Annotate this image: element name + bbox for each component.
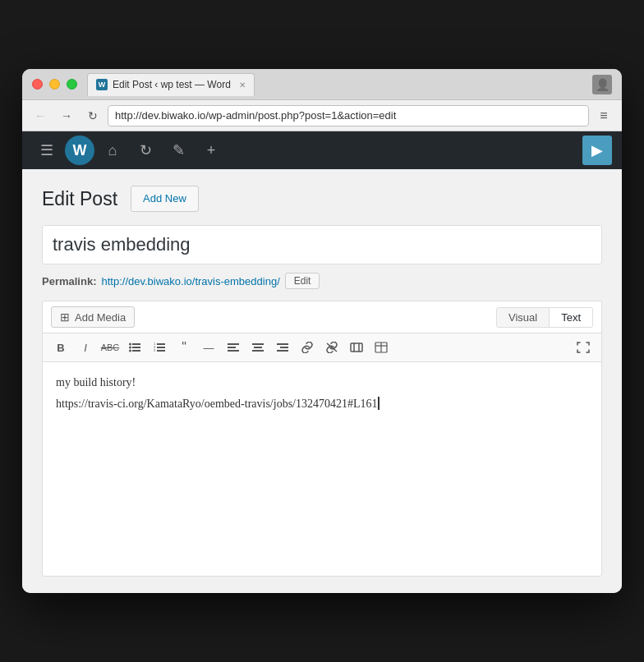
svg-rect-12	[228, 343, 239, 345]
svg-rect-14	[228, 350, 239, 352]
wp-refresh-button[interactable]: ↻	[131, 136, 160, 165]
toolbar-table-button[interactable]	[370, 337, 393, 358]
svg-rect-13	[228, 347, 236, 348]
svg-point-4	[129, 347, 131, 349]
address-bar[interactable]	[108, 105, 589, 126]
hamburger-menu-icon[interactable]: ≡	[592, 104, 615, 127]
tab-bar: W Edit Post ‹ wp test — Word ✕	[87, 69, 592, 99]
tab-title: Edit Post ‹ wp test — Word	[113, 79, 231, 90]
svg-rect-19	[280, 347, 288, 348]
svg-rect-2	[132, 350, 140, 352]
editor-tabs: Visual Text	[496, 307, 593, 328]
main-content: Edit Post Add New Permalink: http://dev.…	[22, 169, 622, 593]
svg-rect-17	[252, 350, 264, 352]
svg-rect-6	[157, 343, 165, 345]
tab-text[interactable]: Text	[550, 308, 592, 327]
page-title-row: Edit Post Add New	[42, 186, 602, 212]
svg-rect-22	[351, 343, 362, 352]
svg-rect-15	[252, 343, 264, 345]
wp-menu-button[interactable]: ☰	[32, 136, 62, 165]
permalink-label: Permalink:	[42, 275, 96, 287]
toolbar-insert-button[interactable]	[345, 337, 368, 358]
editor-line-2: https://travis-ci.org/KamataRyo/oembed-t…	[56, 395, 588, 413]
editor-header: ⊞ Add Media Visual Text	[43, 301, 601, 333]
maximize-button[interactable]	[67, 79, 77, 90]
permalink-link[interactable]: http://dev.biwako.io/travis-embedding/	[101, 275, 279, 287]
svg-rect-20	[277, 350, 288, 352]
toolbar-italic-button[interactable]: I	[74, 337, 97, 358]
add-media-button[interactable]: ⊞ Add Media	[51, 306, 135, 328]
text-cursor	[378, 397, 380, 410]
tab-visual[interactable]: Visual	[497, 308, 550, 327]
wp-logo-button[interactable]: W	[65, 136, 94, 165]
toolbar-bold-button[interactable]: B	[49, 337, 72, 358]
svg-rect-18	[277, 343, 288, 345]
back-button[interactable]: ←	[29, 104, 52, 127]
title-bar: W Edit Post ‹ wp test — Word ✕	[22, 69, 622, 100]
add-media-label: Add Media	[75, 311, 126, 324]
toolbar-unlink-button[interactable]	[320, 337, 343, 358]
page-title: Edit Post	[42, 188, 117, 210]
tab-close-icon[interactable]: ✕	[239, 80, 246, 90]
toolbar-strikethrough-button[interactable]: ABC	[99, 337, 122, 358]
editor-toolbar: B I ABC 123 " —	[43, 333, 601, 362]
editor-content-area[interactable]: my build history! https://travis-ci.org/…	[43, 362, 601, 576]
browser-window: W Edit Post ‹ wp test — Word ✕ ← → ↻ ≡ ☰…	[22, 69, 622, 593]
toolbar-align-right-button[interactable]	[271, 337, 294, 358]
add-media-icon: ⊞	[60, 310, 70, 324]
svg-rect-0	[132, 343, 140, 345]
permalink-row: Permalink: http://dev.biwako.io/travis-e…	[42, 273, 602, 289]
traffic-lights	[32, 79, 77, 90]
profile-icon[interactable]	[592, 75, 612, 94]
editor-area: ⊞ Add Media Visual Text B I ABC 123	[42, 301, 602, 577]
toolbar-fullscreen-button[interactable]	[572, 337, 595, 358]
svg-rect-8	[157, 350, 165, 352]
toolbar-hr-button[interactable]: —	[197, 337, 220, 358]
wp-new-button[interactable]: +	[196, 136, 226, 165]
add-new-button[interactable]: Add New	[131, 186, 199, 212]
nav-bar: ← → ↻ ≡	[22, 100, 622, 131]
wp-avatar[interactable]: ▶	[582, 136, 612, 165]
toolbar-blockquote-button[interactable]: "	[172, 337, 196, 358]
toolbar-link-button[interactable]	[296, 337, 319, 358]
svg-rect-1	[132, 347, 140, 348]
svg-text:3: 3	[154, 348, 156, 352]
minimize-button[interactable]	[49, 79, 60, 90]
post-title-input[interactable]	[42, 225, 602, 264]
tab-favicon: W	[96, 79, 108, 90]
toolbar-ol-button[interactable]: 123	[148, 337, 171, 358]
refresh-button[interactable]: ↻	[81, 104, 104, 127]
wp-admin-bar: ☰ W ⌂ ↻ ✎ + ▶	[22, 131, 622, 169]
svg-point-5	[129, 350, 131, 352]
permalink-edit-button[interactable]: Edit	[285, 273, 320, 289]
active-tab[interactable]: W Edit Post ‹ wp test — Word ✕	[87, 73, 255, 96]
toolbar-align-left-button[interactable]	[222, 337, 245, 358]
close-button[interactable]	[32, 79, 43, 90]
wp-comments-button[interactable]: ✎	[163, 136, 193, 165]
svg-point-3	[129, 343, 131, 346]
toolbar-ul-button[interactable]	[123, 337, 146, 358]
editor-line-1: my build history!	[56, 374, 588, 392]
forward-button[interactable]: →	[55, 104, 78, 127]
toolbar-align-center-button[interactable]	[246, 337, 269, 358]
svg-rect-7	[157, 347, 165, 348]
inactive-tab[interactable]	[255, 73, 271, 96]
wp-home-button[interactable]: ⌂	[98, 136, 127, 165]
svg-rect-16	[254, 347, 262, 348]
